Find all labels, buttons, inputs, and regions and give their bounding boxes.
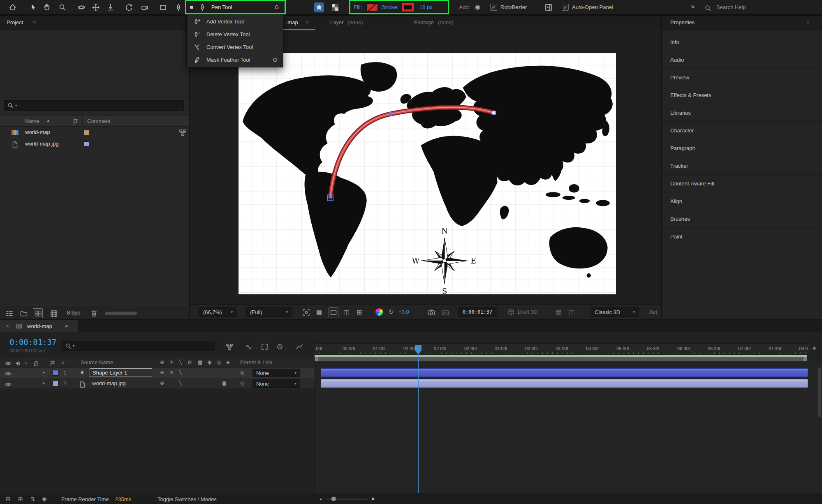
playhead-line[interactable]	[418, 354, 419, 493]
transparency-grid-icon[interactable]: ▦	[316, 309, 322, 316]
expand-in-out-icon[interactable]: ⊟	[6, 496, 11, 502]
label-color-chip[interactable]	[84, 141, 89, 147]
layer-row-2[interactable]: ▸ 2 world-map.jpg ⊕ ╲ ▣ ◎ None▾	[0, 378, 315, 389]
search-options-caret-icon[interactable]: ▾	[15, 104, 17, 107]
search-help-input[interactable]: Search Help	[716, 4, 746, 10]
project-item-name[interactable]: world-map.jpg	[25, 141, 59, 147]
layer-bar-footage[interactable]	[321, 379, 808, 388]
renderer-dropdown[interactable]: Classic 3D▾	[591, 307, 639, 317]
layer-name[interactable]: world-map.jpg	[92, 380, 126, 386]
column-index[interactable]: #	[62, 359, 65, 365]
project-row-composition[interactable]: world-map	[0, 127, 189, 138]
column-comment[interactable]: Comment	[87, 118, 110, 124]
bit-depth-button[interactable]: 8 bpc	[67, 310, 80, 316]
live-update-icon[interactable]	[244, 342, 254, 351]
properties-item-tracker[interactable]: Tracker	[662, 157, 822, 175]
home-icon[interactable]	[8, 2, 18, 12]
layer-bar-shape[interactable]	[321, 368, 808, 377]
quality-column-icon[interactable]: ╲	[179, 359, 182, 365]
flowchart-icon[interactable]	[178, 128, 188, 138]
layer-label-chip[interactable]	[53, 381, 58, 386]
magnification-dropdown[interactable]: (66,7%)▾	[199, 307, 236, 317]
properties-item-audio[interactable]: Audio	[662, 51, 822, 69]
roi-icon[interactable]	[301, 307, 311, 317]
layer-visibility-eye-icon[interactable]	[3, 369, 13, 379]
threed-column-icon[interactable]: ◈	[226, 359, 230, 365]
composition-canvas[interactable]: N E S W	[238, 53, 616, 294]
render-time-icon[interactable]: ◉	[42, 496, 46, 502]
menu-item-delete-vertex[interactable]: Delete Vertex Tool	[187, 28, 283, 41]
project-panel-menu-icon[interactable]: ≡	[33, 19, 36, 25]
auto-open-label[interactable]: Auto-Open Panel	[572, 4, 613, 10]
timeline-timecode[interactable]: 0:00:01:37	[9, 338, 56, 347]
properties-item-brushes[interactable]: Brushes	[662, 210, 822, 228]
layer-collapse-box-icon[interactable]: ▣	[222, 380, 227, 386]
label-color-column-icon[interactable]	[71, 117, 81, 127]
layer-expander-icon[interactable]: ▸	[43, 370, 45, 375]
ground-plane-icon[interactable]: ▦	[556, 308, 562, 316]
properties-item-content-aware-fill[interactable]: Content-Aware Fill	[662, 175, 822, 192]
menu-item-convert-vertex[interactable]: Convert Vertex Tool	[187, 41, 283, 53]
draft-3d-icon[interactable]	[506, 307, 516, 317]
properties-item-paragraph[interactable]: Paragraph	[662, 139, 822, 157]
tool-creates-mask-icon[interactable]	[330, 2, 340, 12]
project-row-footage[interactable]: world-map.jpg	[0, 138, 189, 150]
draft-3d-label[interactable]: Draft 3D	[518, 309, 537, 315]
reset-exposure-icon[interactable]: ↻	[389, 308, 394, 316]
parent-pickwhip-icon[interactable]: ◎	[240, 380, 244, 386]
properties-panel-menu-icon[interactable]: ≡	[806, 19, 810, 25]
timeline-zoom-handle[interactable]	[331, 497, 336, 501]
snapshot-camera-icon[interactable]	[426, 307, 436, 317]
sort-ascending-icon[interactable]: ▲	[46, 118, 50, 123]
label-color-chip[interactable]	[84, 130, 89, 135]
timeline-ruler[interactable]: 0:00f 00:30f 01:00f 01:30f 02:00f 02:30f…	[315, 343, 810, 354]
layer-name-selected-box[interactable]: Shape Layer 1	[90, 368, 152, 377]
zoom-out-mountain-icon[interactable]: ▴	[320, 497, 322, 501]
new-folder-icon[interactable]	[19, 308, 28, 318]
fill-label[interactable]: Fill:	[354, 4, 362, 10]
interpret-footage-icon[interactable]	[49, 308, 58, 318]
layer-visibility-eye-icon[interactable]	[3, 379, 13, 389]
pen-tool-icon[interactable]	[174, 2, 183, 12]
column-source-name[interactable]: Source Name	[81, 359, 113, 365]
selection-tool-icon[interactable]	[28, 2, 38, 12]
close-tab-icon[interactable]: ×	[6, 323, 9, 329]
layer-shy-icon[interactable]: ⊕	[160, 370, 164, 375]
comp-marker-bin-icon[interactable]: ◆	[813, 346, 816, 350]
layer-expander-icon[interactable]: ▸	[43, 381, 45, 385]
view-layout-icon[interactable]: ⊞	[357, 308, 362, 316]
horizontal-scrollbar[interactable]	[105, 312, 137, 315]
rotation-tool-icon[interactable]	[124, 2, 134, 12]
lock-column-icon[interactable]	[31, 358, 41, 368]
layer-quality-icon[interactable]: ╲	[179, 370, 182, 375]
auto-open-checkbox[interactable]: ✓	[562, 4, 569, 11]
toggle-switches-modes-button[interactable]: Toggle Switches / Modes	[157, 496, 217, 502]
current-tool-label[interactable]: Pen Tool	[211, 4, 232, 10]
rectangle-tool-icon[interactable]	[158, 2, 168, 12]
layer-row-1[interactable]: ▸ 1 ★ Shape Layer 1 ⊕ ☀ ╲ ◎ None▾	[0, 368, 315, 378]
search-options-caret-icon[interactable]: ▾	[73, 344, 74, 348]
tab-layer[interactable]: Layer	[330, 19, 344, 25]
motion-blur-column-icon[interactable]: ◉	[207, 359, 211, 365]
hand-tool-icon[interactable]	[42, 2, 52, 12]
rotobezier-label[interactable]: RotoBezier	[500, 4, 527, 10]
work-area-start-handle[interactable]	[315, 357, 318, 361]
properties-item-info[interactable]: Info	[662, 33, 822, 51]
composition-tab-menu-icon[interactable]: ≡	[306, 19, 309, 25]
label-column-icon[interactable]	[48, 358, 58, 368]
dolly-camera-tool-icon[interactable]	[106, 2, 116, 12]
frame-blend-column-icon[interactable]: ▦	[198, 359, 202, 365]
region-of-interest-icon[interactable]: ◫	[343, 308, 350, 316]
properties-item-align[interactable]: Align	[662, 192, 822, 210]
tab-composition[interactable]: -map	[286, 19, 298, 25]
layer-label-chip[interactable]	[53, 370, 58, 376]
properties-item-libraries[interactable]: Libraries	[662, 104, 822, 122]
stroke-label[interactable]: Stroke:	[382, 4, 398, 10]
list-view-icon[interactable]	[4, 308, 14, 318]
timeline-search-input[interactable]: ▾	[62, 341, 215, 351]
effects-column-icon[interactable]: fx	[188, 359, 192, 365]
graph-editor-icon[interactable]	[294, 342, 304, 351]
layer-quality-icon[interactable]: ╲	[179, 380, 182, 386]
properties-item-character[interactable]: Character	[662, 122, 822, 139]
channel-color-wheel[interactable]	[375, 308, 383, 316]
